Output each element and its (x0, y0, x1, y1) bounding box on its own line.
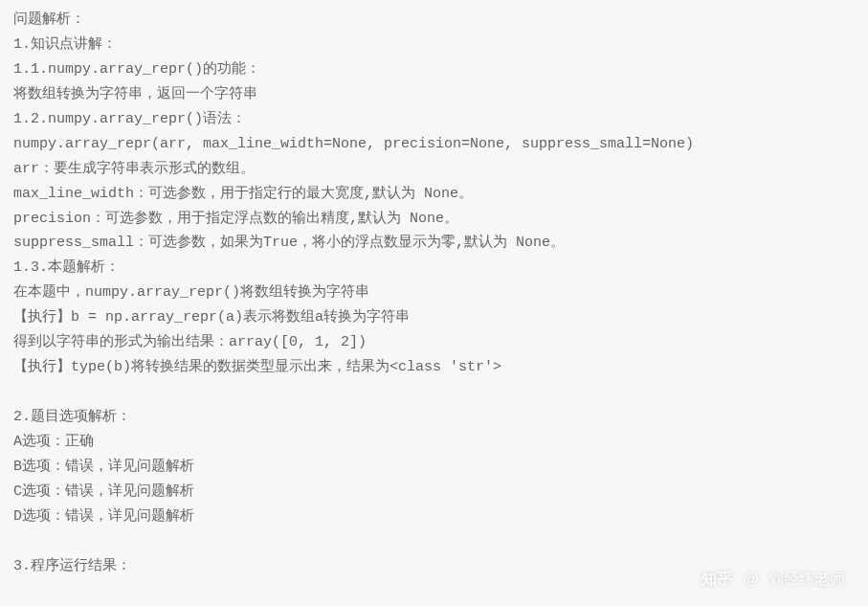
text-line: arr：要生成字符串表示形式的数组。 (13, 157, 855, 182)
text-line: 3.程序运行结果： (13, 554, 855, 579)
text-line: precision：可选参数，用于指定浮点数的输出精度,默认为 None。 (13, 207, 855, 232)
text-line: 问题解析： (13, 8, 855, 33)
blank-line (13, 380, 855, 405)
explanation-block: 问题解析： 1.知识点讲解： 1.1.numpy.array_repr()的功能… (0, 0, 868, 579)
text-line: A选项：正确 (13, 430, 855, 455)
text-line: 将数组转换为字符串，返回一个字符串 (13, 82, 855, 107)
text-line: 1.2.numpy.array_repr()语法： (13, 107, 855, 132)
text-line: 1.1.numpy.array_repr()的功能： (13, 57, 855, 82)
text-line: 1.知识点讲解： (13, 33, 855, 57)
text-line: 1.3.本题解析： (13, 256, 855, 281)
text-line: 【执行】type(b)将转换结果的数据类型显示出来，结果为<class 'str… (13, 355, 855, 380)
text-line: D选项：错误，详见问题解析 (13, 505, 855, 529)
text-line: 【执行】b = np.array_repr(a)表示将数组a转换为字符串 (13, 305, 855, 330)
text-line: numpy.array_repr(arr, max_line_width=Non… (13, 132, 855, 157)
text-line: 在本题中，numpy.array_repr()将数组转换为字符串 (13, 281, 855, 305)
text-line: 得到以字符串的形式为输出结果：array([0, 1, 2]) (13, 330, 855, 355)
text-line: 2.题目选项解析： (13, 405, 855, 430)
blank-line (13, 529, 855, 554)
text-line: B选项：错误，详见问题解析 (13, 455, 855, 480)
text-line: max_line_width：可选参数，用于指定行的最大宽度,默认为 None。 (13, 182, 855, 207)
text-line: C选项：错误，详见问题解析 (13, 480, 855, 505)
text-line: suppress_small：可选参数，如果为True，将小的浮点数显示为零,默… (13, 231, 855, 256)
